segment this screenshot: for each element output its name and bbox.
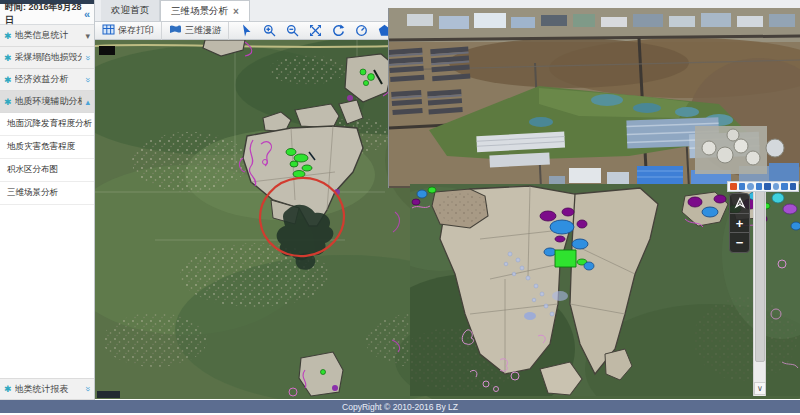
tab-3d-scene-analysis[interactable]: 三维场景分析 ×: [160, 0, 250, 21]
time-label: 时间: 2016年9月28日: [5, 1, 84, 27]
save-print-button[interactable]: 保存打印: [95, 22, 162, 40]
overlay-tool-icon[interactable]: [790, 183, 797, 190]
footer-bar: CopyRight © 2010-2016 By LZ: [0, 400, 800, 413]
gis-application-window: 时间: 2016年9月28日 « ✱ 地类信息统计 ▾ ✱ 采煤塌陷地损毁分析 …: [0, 0, 800, 415]
overlay-tool-icon[interactable]: [773, 183, 780, 190]
close-icon[interactable]: ×: [233, 6, 239, 17]
section-label: 地类统计报表: [15, 383, 82, 396]
roam-flag-icon: [169, 24, 182, 37]
tab-welcome-home[interactable]: 欢迎首页: [101, 0, 160, 21]
chevron-up-icon: ▴: [85, 97, 90, 107]
overlay-tool-icon[interactable]: [747, 183, 754, 190]
sidebar-subitem-3d-scene-analysis[interactable]: 三维场景分析: [0, 182, 94, 205]
sidebar-item-geo-environment-analysis[interactable]: ✱ 地质环境辅助分析 ▴: [0, 91, 94, 113]
overlay-scrollbar[interactable]: ∨: [753, 184, 766, 396]
map-status-chip: [97, 391, 120, 398]
zoom-out-button[interactable]: −: [730, 232, 749, 252]
sidebar-subitem-ground-subsidence-degree[interactable]: 地面沉降发育程度分析: [0, 113, 94, 136]
overlay-zoom-control: + −: [729, 193, 750, 253]
tab-label: 欢迎首页: [111, 4, 149, 17]
3d-scene-view[interactable]: [388, 8, 800, 188]
zoom-in-button[interactable]: +: [730, 213, 749, 233]
overlay-scrollbar-thumb[interactable]: [755, 190, 765, 362]
overlay-mini-toolbar: [727, 181, 799, 192]
overlay-tool-icon[interactable]: [739, 183, 746, 190]
overlay-tool-icon[interactable]: [764, 183, 771, 190]
overlay-tool-icon[interactable]: [781, 183, 788, 190]
sidebar-item-economic-benefit-analysis[interactable]: ✱ 经济效益分析 »: [0, 69, 94, 91]
full-extent-tool-icon[interactable]: [308, 24, 322, 38]
save-print-label: 保存打印: [118, 24, 154, 37]
refresh-tool-icon[interactable]: [331, 24, 345, 38]
star-icon: ✱: [4, 75, 12, 85]
overlay-tool-icon[interactable]: [756, 183, 763, 190]
star-icon: ✱: [4, 97, 12, 107]
section-label: 地类信息统计: [15, 29, 83, 42]
tab-label: 三维场景分析: [171, 5, 228, 18]
circle-draw-tool-icon[interactable]: [354, 24, 368, 38]
chevron-down-icon: ▾: [85, 31, 90, 41]
section-label: 地质环境辅助分析: [15, 95, 83, 108]
double-chevron-down-icon: »: [82, 77, 92, 82]
star-icon: ✱: [4, 31, 12, 41]
sidebar-collapse-icon[interactable]: «: [84, 8, 90, 20]
double-chevron-down-icon: »: [82, 55, 92, 60]
section-label: 采煤塌陷地损毁分析: [15, 51, 82, 64]
zoom-out-tool-icon[interactable]: [285, 24, 299, 38]
sidebar-subitem-geo-disaster-degree[interactable]: 地质灾害危害程度: [0, 136, 94, 159]
3d-roam-button[interactable]: 三维漫游: [162, 22, 229, 40]
overlay-tool-marker-icon[interactable]: [730, 183, 737, 190]
sidebar-subitem-water-area-map[interactable]: 积水区分布图: [0, 159, 94, 182]
subitem-label: 三维场景分析: [7, 187, 58, 199]
subitem-label: 地质灾害危害程度: [7, 141, 75, 153]
copyright-text: CopyRight © 2010-2016 By LZ: [342, 402, 458, 412]
section-label: 经济效益分析: [15, 73, 82, 86]
scroll-down-arrow-icon[interactable]: ∨: [754, 382, 766, 395]
zoom-in-tool-icon[interactable]: [262, 24, 276, 38]
select-tool-icon[interactable]: [239, 24, 253, 38]
star-icon: ✱: [4, 384, 12, 394]
sidebar: 时间: 2016年9月28日 « ✱ 地类信息统计 ▾ ✱ 采煤塌陷地损毁分析 …: [0, 0, 95, 400]
print-icon: [102, 24, 115, 37]
roam-label: 三维漫游: [185, 24, 221, 37]
star-icon: ✱: [4, 53, 12, 63]
sidebar-item-land-class-report[interactable]: ✱ 地类统计报表 »: [0, 378, 94, 400]
subitem-label: 地面沉降发育程度分析: [7, 118, 92, 130]
sidebar-item-coal-subsidence-analysis[interactable]: ✱ 采煤塌陷地损毁分析 »: [0, 47, 94, 69]
compass-navigation-icon[interactable]: [730, 194, 749, 213]
sidebar-item-land-class-statistics[interactable]: ✱ 地类信息统计 ▾: [0, 25, 94, 47]
sidebar-time-header: 时间: 2016年9月28日 «: [0, 4, 94, 25]
double-chevron-down-icon: »: [82, 386, 92, 391]
subitem-label: 积水区分布图: [7, 164, 58, 176]
